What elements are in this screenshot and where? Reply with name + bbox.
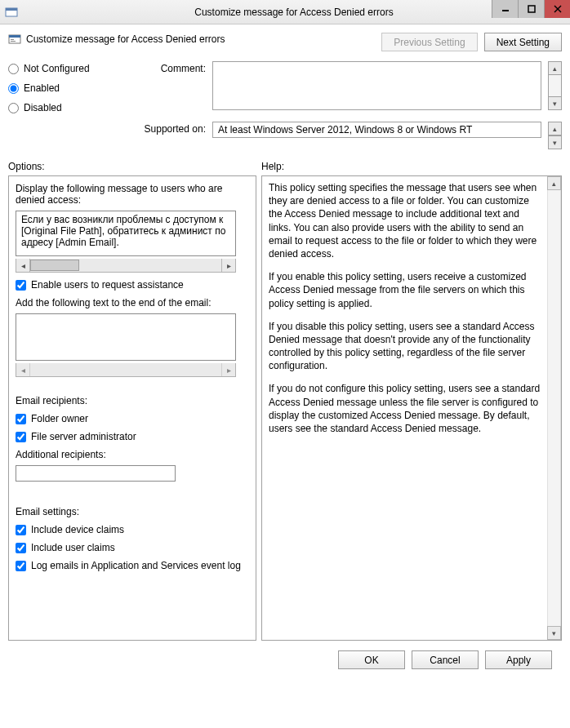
titlebar: Customize message for Access Denied erro… <box>0 0 570 24</box>
close-button[interactable] <box>544 0 570 18</box>
ok-button[interactable]: OK <box>338 650 405 669</box>
radio-disabled-label: Disabled <box>24 102 62 113</box>
email-settings-header: Email settings: <box>16 506 249 517</box>
user-claims-checkbox[interactable] <box>16 543 26 553</box>
folder-owner-label: Folder owner <box>31 413 88 424</box>
help-paragraph: If you disable this policy setting, user… <box>269 320 544 373</box>
help-paragraph: If you do not configure this policy sett… <box>269 382 544 435</box>
scroll-down-icon[interactable]: ▾ <box>547 626 561 640</box>
scroll-left-icon[interactable]: ◂ <box>16 363 30 376</box>
log-emails-label: Log emails in Application and Services e… <box>31 560 241 571</box>
cancel-button[interactable]: Cancel <box>412 650 479 669</box>
radio-enabled-label: Enabled <box>24 82 60 94</box>
svg-rect-3 <box>528 6 535 12</box>
folder-owner-checkbox[interactable] <box>16 414 26 424</box>
scroll-right-icon[interactable]: ▸ <box>221 259 235 272</box>
email-text-textarea[interactable] <box>16 313 236 361</box>
radio-not-configured-input[interactable] <box>8 64 19 74</box>
display-message-textarea[interactable] <box>16 211 236 256</box>
display-message-hscrollbar[interactable]: ◂ ▸ <box>16 259 236 273</box>
scroll-left-icon[interactable]: ◂ <box>16 259 30 272</box>
previous-setting-button[interactable]: Previous Setting <box>381 33 477 51</box>
header-label: Customize message for Access Denied erro… <box>26 33 225 45</box>
help-panel: This policy setting specifies the messag… <box>261 175 562 641</box>
help-scrollbar[interactable]: ▴ ▾ <box>547 176 561 640</box>
enable-assistance-checkbox[interactable] <box>16 280 26 291</box>
radio-not-configured-label: Not Configured <box>24 63 90 74</box>
display-message-label: Display the following message to users w… <box>16 183 249 206</box>
log-emails-checkbox[interactable] <box>16 561 26 571</box>
scroll-right-icon[interactable]: ▸ <box>221 363 235 376</box>
apply-button[interactable]: Apply <box>485 650 552 669</box>
radio-enabled[interactable]: Enabled <box>8 82 121 94</box>
help-text: This policy setting specifies the messag… <box>269 181 544 635</box>
help-paragraph: This policy setting specifies the messag… <box>269 181 544 260</box>
user-claims-label: Include user claims <box>31 542 115 553</box>
device-claims-checkbox[interactable] <box>16 525 26 535</box>
scroll-down-icon[interactable]: ▾ <box>548 96 562 110</box>
supported-label: Supported on: <box>136 122 206 149</box>
comment-textarea[interactable] <box>212 61 541 110</box>
svg-rect-7 <box>9 35 20 38</box>
app-icon <box>5 6 18 19</box>
help-section-label: Help: <box>261 161 562 172</box>
scroll-thumb[interactable] <box>30 260 79 271</box>
email-text-label: Add the following text to the end of the… <box>16 297 249 309</box>
minimize-button[interactable] <box>492 0 518 18</box>
radio-disabled[interactable]: Disabled <box>8 102 121 113</box>
comment-scrollbar[interactable]: ▴ ▾ <box>548 61 562 110</box>
radio-not-configured[interactable]: Not Configured <box>8 63 121 74</box>
additional-recipients-label: Additional recipients: <box>16 449 249 460</box>
recipients-header: Email recipients: <box>16 395 249 406</box>
svg-rect-1 <box>6 8 17 11</box>
next-setting-button[interactable]: Next Setting <box>484 33 562 51</box>
scroll-up-icon[interactable]: ▴ <box>548 122 562 135</box>
fs-admin-label: File server administrator <box>31 431 136 442</box>
policy-icon <box>8 33 21 46</box>
radio-enabled-input[interactable] <box>8 83 19 94</box>
options-section-label: Options: <box>8 161 261 172</box>
enable-assistance-label: Enable users to request assistance <box>31 279 184 291</box>
device-claims-label: Include device claims <box>31 524 124 535</box>
additional-recipients-input[interactable] <box>16 465 176 482</box>
supported-scrollbar[interactable]: ▴ ▾ <box>548 122 562 149</box>
fs-admin-checkbox[interactable] <box>16 432 26 442</box>
email-text-hscrollbar[interactable]: ◂ ▸ <box>16 363 236 377</box>
scroll-up-icon[interactable]: ▴ <box>547 176 561 190</box>
options-panel: Display the following message to users w… <box>8 175 256 641</box>
maximize-button[interactable] <box>518 0 544 18</box>
window-title: Customize message for Access Denied erro… <box>18 7 570 18</box>
help-paragraph: If you enable this policy setting, users… <box>269 270 544 310</box>
scroll-down-icon[interactable]: ▾ <box>548 135 562 149</box>
svg-rect-8 <box>11 39 14 40</box>
scroll-up-icon[interactable]: ▴ <box>548 61 562 75</box>
comment-label: Comment: <box>136 61 206 110</box>
radio-disabled-input[interactable] <box>8 103 19 113</box>
supported-value: At least Windows Server 2012, Windows 8 … <box>212 122 541 138</box>
svg-rect-9 <box>11 41 16 42</box>
